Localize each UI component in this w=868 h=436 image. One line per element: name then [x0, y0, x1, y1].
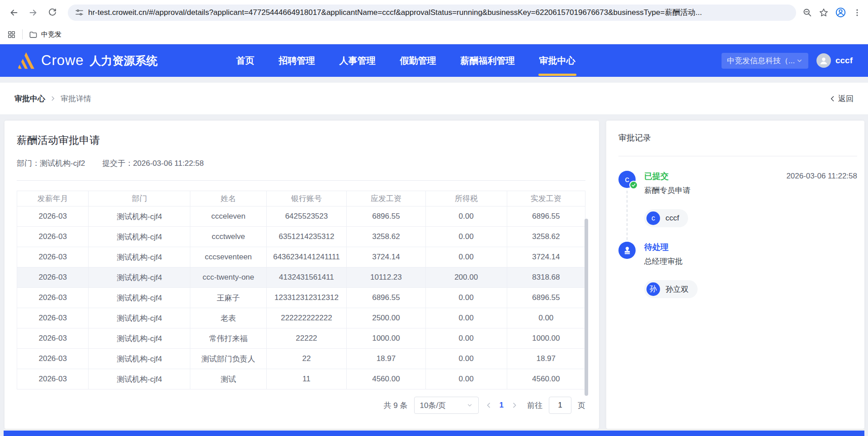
- table-cell: 0.00: [425, 206, 507, 227]
- panel-title: 审批记录: [618, 132, 857, 143]
- table-cell: 测试机构-cjf4: [89, 227, 190, 247]
- table-row[interactable]: 2026-03测试机构-cjf4cccseventeen643623414124…: [17, 247, 585, 267]
- table-cell: 测试机构-cjf4: [89, 267, 190, 288]
- nav-item-审批中心[interactable]: 审批中心: [538, 44, 577, 77]
- table-row[interactable]: 2026-03测试机构-cjf4王麻子1233123123123126896.5…: [17, 288, 585, 308]
- breadcrumb-current: 审批详情: [61, 94, 91, 104]
- table-cell: 1000.00: [507, 328, 585, 349]
- table-cell: 测试机构-cjf4: [89, 308, 190, 328]
- submit-field: 提交于：2026-03-06 11:22:58: [102, 158, 204, 169]
- table-row[interactable]: 2026-03测试机构-cjf4测试114560.000.004560.00: [17, 369, 585, 389]
- table-cell: 测试部门负责人: [190, 349, 266, 369]
- table-cell: 2026-03: [17, 227, 89, 247]
- table-cell: 0.00: [425, 349, 507, 369]
- person-chip[interactable]: ccccf: [644, 209, 688, 227]
- bookmark-star-icon[interactable]: [819, 8, 829, 18]
- person-avatar: 孙: [646, 282, 660, 296]
- step-status: 待处理: [644, 242, 669, 253]
- app-title: 人力资源系统: [90, 53, 158, 68]
- goto-page-input[interactable]: 1: [549, 397, 571, 414]
- nav-item-假勤管理[interactable]: 假勤管理: [398, 44, 438, 77]
- table-row[interactable]: 2026-03测试机构-cjf4ccc-twenty-one4132431561…: [17, 267, 585, 288]
- table-cell: 0.00: [507, 308, 585, 328]
- table-cell: 2026-03: [17, 328, 89, 349]
- table-cell: 6425523523: [266, 206, 346, 227]
- person-chip[interactable]: 孙孙立双: [644, 280, 698, 298]
- browser-back-button[interactable]: [6, 5, 22, 20]
- site-settings-icon[interactable]: [75, 8, 84, 17]
- table-cell: 6896.55: [347, 288, 426, 308]
- user-icon: [819, 56, 829, 66]
- column-header: 所得税: [425, 191, 507, 206]
- apps-grid-icon[interactable]: [7, 30, 16, 39]
- table-cell: 4560.00: [347, 369, 426, 389]
- vertical-scrollbar[interactable]: [585, 219, 588, 396]
- salary-table: 发薪年月部门姓名银行账号应发工资所得税实发工资 2026-03测试机构-cjf4…: [17, 191, 585, 389]
- table-cell: 常伟打来福: [190, 328, 266, 349]
- browser-refresh-button[interactable]: [44, 5, 60, 20]
- dept-value: 测试机构-cjf2: [40, 159, 85, 168]
- profile-icon[interactable]: [835, 7, 846, 18]
- url-text: hr-test.croweit.cn/#/approval/details?ap…: [88, 7, 702, 18]
- browser-menu-icon[interactable]: [853, 8, 862, 17]
- nav-item-首页[interactable]: 首页: [235, 44, 256, 77]
- table-cell: 2026-03: [17, 369, 89, 389]
- company-select[interactable]: 中竞发信息科技（...: [722, 53, 808, 69]
- table-cell: 2026-03: [17, 288, 89, 308]
- nav-item-人事管理[interactable]: 人事管理: [338, 44, 377, 77]
- divider: [618, 156, 857, 156]
- submitter-avatar: c: [618, 171, 636, 188]
- step-head: 待处理: [644, 242, 857, 253]
- bookmarks-bar: 中竞发: [0, 25, 868, 44]
- approval-record-panel: 审批记录 c已提交2026-03-06 11:22:58薪酬专员申请ccccf待…: [606, 121, 864, 429]
- chevron-down-icon: [467, 402, 473, 408]
- stamp-icon: [618, 242, 636, 259]
- table-cell: 测试机构-cjf4: [89, 349, 190, 369]
- prev-page-button[interactable]: [485, 402, 492, 409]
- next-page-button[interactable]: [511, 402, 518, 409]
- page-title: 薪酬活动审批申请: [17, 133, 585, 147]
- user-menu[interactable]: cccf: [816, 53, 853, 68]
- nav-item-招聘管理[interactable]: 招聘管理: [277, 44, 317, 77]
- table-cell: 10112.23: [347, 267, 426, 288]
- breadcrumb-root[interactable]: 审批中心: [14, 94, 45, 104]
- table-cell: ccc-twenty-one: [190, 267, 266, 288]
- url-bar[interactable]: hr-test.croweit.cn/#/approval/details?ap…: [68, 5, 796, 21]
- table-cell: 11: [266, 369, 346, 389]
- table-row[interactable]: 2026-03测试机构-cjf4测试部门负责人2218.970.0018.97: [17, 349, 585, 369]
- table-row[interactable]: 2026-03测试机构-cjf4ccceleven64255235236896.…: [17, 206, 585, 227]
- person-name: cccf: [665, 214, 679, 223]
- table-cell: 6896.55: [507, 288, 585, 308]
- app-logo[interactable]: Crowe 人力资源系统: [15, 52, 158, 70]
- main-nav: 首页招聘管理人事管理假勤管理薪酬福利管理审批中心: [235, 44, 577, 77]
- nav-item-薪酬福利管理[interactable]: 薪酬福利管理: [459, 44, 517, 77]
- page-number[interactable]: 1: [500, 401, 504, 410]
- zoom-indicator-icon[interactable]: [802, 8, 812, 18]
- table-cell: 测试机构-cjf4: [89, 288, 190, 308]
- chevron-right-icon: [511, 402, 518, 409]
- table-cell: 测试: [190, 369, 266, 389]
- table-header-row: 发薪年月部门姓名银行账号应发工资所得税实发工资: [17, 191, 585, 206]
- table-row[interactable]: 2026-03测试机构-cjf4老表2222222222222500.000.0…: [17, 308, 585, 328]
- table-cell: 222222222222: [266, 308, 346, 328]
- table-cell: 0.00: [425, 308, 507, 328]
- page-size-select[interactable]: 10条/页: [414, 397, 479, 414]
- table-cell: 6436234141241111: [266, 247, 346, 267]
- bookmark-folder[interactable]: 中竞发: [29, 30, 61, 39]
- table-cell: 6896.55: [347, 206, 426, 227]
- app-header: Crowe 人力资源系统 首页招聘管理人事管理假勤管理薪酬福利管理审批中心 中竞…: [0, 44, 868, 77]
- check-badge-icon: [629, 181, 638, 189]
- table-cell: 2500.00: [347, 308, 426, 328]
- table-row[interactable]: 2026-03测试机构-cjf4ccctwelve635121423531232…: [17, 227, 585, 247]
- table-cell: ccceleven: [190, 206, 266, 227]
- dept-field: 部门：测试机构-cjf2: [17, 158, 85, 169]
- browser-forward-button[interactable]: [25, 5, 41, 20]
- table-row[interactable]: 2026-03测试机构-cjf4常伟打来福222221000.000.00100…: [17, 328, 585, 349]
- refresh-icon: [47, 8, 57, 17]
- table-cell: 2026-03: [17, 349, 89, 369]
- column-header: 银行账号: [266, 191, 346, 206]
- approval-step: 待处理总经理审批孙孙立双: [618, 242, 857, 298]
- table-cell: 2026-03: [17, 267, 89, 288]
- table-cell: 测试机构-cjf4: [89, 206, 190, 227]
- back-button[interactable]: 返回: [829, 94, 854, 104]
